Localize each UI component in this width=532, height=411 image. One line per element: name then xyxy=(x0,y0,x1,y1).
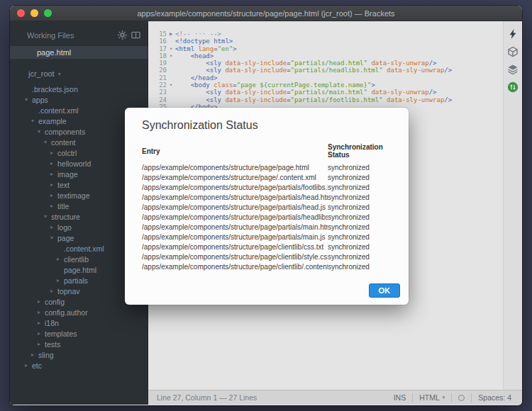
status-column-header: Synchronization Status xyxy=(328,142,392,163)
close-window-button[interactable] xyxy=(17,9,25,17)
sync-row: /apps/example/components/structure/page/… xyxy=(142,262,392,272)
entry-path: /apps/example/components/structure/page/… xyxy=(142,183,328,193)
sync-status: synchronized xyxy=(328,183,392,193)
entry-path: /apps/example/components/structure/page/… xyxy=(142,262,328,272)
sync-status: synchronized xyxy=(328,223,392,232)
sync-status: synchronized xyxy=(328,232,392,242)
entry-path: /apps/example/components/structure/page/… xyxy=(142,193,328,203)
sync-row: /apps/example/components/structure/page/… xyxy=(142,183,392,193)
sync-status-dialog: Synchronization Status Entry Synchroniza… xyxy=(125,108,409,305)
sync-row: /apps/example/components/structure/page/… xyxy=(142,173,392,183)
traffic-lights xyxy=(17,9,52,17)
titlebar[interactable]: apps/example/components/structure/page/p… xyxy=(10,6,522,21)
sync-status: synchronized xyxy=(328,203,392,213)
sync-row: /apps/example/components/structure/page/… xyxy=(142,223,392,232)
dialog-title: Synchronization Status xyxy=(125,108,409,142)
sync-status: synchronized xyxy=(328,242,392,252)
sync-row: /apps/example/components/structure/page/… xyxy=(142,242,392,252)
sync-row: /apps/example/components/structure/page/… xyxy=(142,163,392,173)
sync-status: synchronized xyxy=(328,173,392,183)
entry-column-header: Entry xyxy=(142,142,328,163)
ok-button[interactable]: OK xyxy=(369,283,401,298)
minimize-window-button[interactable] xyxy=(31,9,38,17)
zoom-window-button[interactable] xyxy=(44,9,52,17)
brackets-window: apps/example/components/structure/page/p… xyxy=(10,6,522,405)
sync-status: synchronized xyxy=(328,262,392,272)
entry-path: /apps/example/components/structure/page/… xyxy=(142,163,328,173)
entry-path: /apps/example/components/structure/page/… xyxy=(142,252,328,262)
sync-row: /apps/example/components/structure/page/… xyxy=(142,203,392,213)
sync-row: /apps/example/components/structure/page/… xyxy=(142,213,392,223)
entry-path: /apps/example/components/structure/page/… xyxy=(142,173,328,183)
window-title: apps/example/components/structure/page/p… xyxy=(137,9,394,18)
entry-path: /apps/example/components/structure/page/… xyxy=(142,242,328,252)
sync-status: synchronized xyxy=(328,193,392,203)
entry-path: /apps/example/components/structure/page/… xyxy=(142,232,328,242)
sync-table: Entry Synchronization Status /apps/examp… xyxy=(142,142,392,272)
entry-path: /apps/example/components/structure/page/… xyxy=(142,213,328,223)
sync-table-body: /apps/example/components/structure/page/… xyxy=(142,163,392,272)
entry-path: /apps/example/components/structure/page/… xyxy=(142,223,328,232)
sync-table-header: Entry Synchronization Status xyxy=(142,142,392,163)
sync-row: /apps/example/components/structure/page/… xyxy=(142,252,392,262)
sync-status: synchronized xyxy=(328,252,392,262)
sync-status: synchronized xyxy=(328,163,392,173)
dialog-footer: OK xyxy=(125,272,409,305)
entry-path: /apps/example/components/structure/page/… xyxy=(142,203,328,213)
sync-row: /apps/example/components/structure/page/… xyxy=(142,193,392,203)
sync-row: /apps/example/components/structure/page/… xyxy=(142,232,392,242)
sync-status: synchronized xyxy=(328,213,392,223)
